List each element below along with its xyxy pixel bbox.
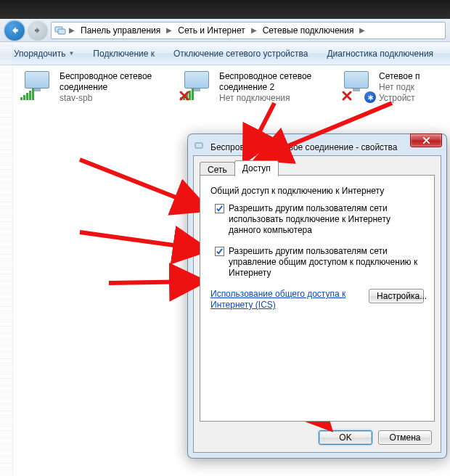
dialog-body: Сеть Доступ Общий доступ к подключению к… <box>193 155 441 453</box>
bluetooth-badge-icon: ∗ <box>364 91 376 103</box>
address-bar[interactable]: ▶ Панель управления ▶ Сеть и Интернет ▶ … <box>51 22 446 39</box>
connection-sub: Нет подключения <box>219 93 332 104</box>
connection-title: Беспроводное сетевое соединение 2 <box>219 71 332 93</box>
ics-help-link[interactable]: Использование общего доступа к Интернету… <box>210 289 369 311</box>
properties-dialog: Беспроводное сетевое соединение - свойст… <box>187 134 447 459</box>
breadcrumb-seg-1[interactable]: Панель управления <box>78 25 163 36</box>
settings-button[interactable]: Настройка... <box>369 289 424 303</box>
toolbar-connect-label: Подключение к <box>93 49 155 59</box>
connection-title: Беспроводное сетевое соединение <box>60 71 173 93</box>
tab-panel-access: Общий доступ к подключению к Интернету Р… <box>200 175 435 422</box>
breadcrumb-seg-3[interactable]: Сетевые подключения <box>260 25 357 36</box>
explorer-toolbar: Упорядочить ▼ Подключение к Отключение с… <box>0 42 450 65</box>
allow-share-connection-row[interactable]: Разрешить другим пользователям сети испо… <box>215 203 424 236</box>
toolbar-diagnose-label: Диагностика подключения <box>327 49 433 59</box>
wifi-adapter-icon <box>20 71 55 100</box>
connection-sub: Нет подк <box>379 82 420 93</box>
connection-sub2: Устройст <box>379 93 420 104</box>
network-folder-icon <box>54 25 66 36</box>
ok-button[interactable]: OK <box>319 430 372 445</box>
connections-list: Беспроводное сетевое соединение stav-spb… <box>0 65 450 110</box>
toolbar-disable-label: Отключение сетевого устройства <box>173 49 308 59</box>
allow-control-sharing-label: Разрешить другим пользователям сети упра… <box>229 246 424 279</box>
window-top-strip <box>0 0 450 19</box>
toolbar-organize-label: Упорядочить <box>14 49 65 59</box>
connection-title: Сетевое п <box>379 71 420 82</box>
chevron-right-icon: ▶ <box>250 26 258 34</box>
toolbar-connect[interactable]: Подключение к <box>85 45 163 62</box>
svg-rect-1 <box>58 29 65 34</box>
dropdown-caret-icon: ▼ <box>68 50 74 57</box>
chevron-right-icon: ▶ <box>358 26 367 34</box>
allow-share-connection-label: Разрешить другим пользователям сети испо… <box>229 203 424 236</box>
toolbar-organize[interactable]: Упорядочить ▼ <box>6 45 82 62</box>
breadcrumb-seg-2[interactable]: Сеть и Интернет <box>175 25 248 36</box>
checkbox-checked-icon[interactable] <box>215 204 224 213</box>
explorer-nav-row: ▶ Панель управления ▶ Сеть и Интернет ▶ … <box>0 19 450 42</box>
toolbar-disable[interactable]: Отключение сетевого устройства <box>165 45 316 62</box>
adapter-icon <box>195 141 206 155</box>
tab-access[interactable]: Доступ <box>234 160 279 176</box>
nav-back-button[interactable] <box>4 20 25 41</box>
dialog-close-button[interactable] <box>410 134 442 147</box>
disconnected-x-icon <box>179 90 190 102</box>
dialog-titlebar[interactable]: Беспроводное сетевое соединение - свойст… <box>193 139 441 155</box>
disconnected-x-icon <box>341 90 353 102</box>
dialog-footer: OK Отмена <box>194 423 441 452</box>
sidebar-edge <box>0 42 13 476</box>
toolbar-diagnose[interactable]: Диагностика подключения <box>319 45 441 62</box>
wifi-adapter-icon <box>180 71 215 100</box>
network-adapter-icon: ∗ <box>340 71 375 100</box>
chevron-right-icon: ▶ <box>68 26 76 34</box>
connection-item[interactable]: ∗ Сетевое п Нет подк Устройст <box>340 71 434 104</box>
chevron-right-icon: ▶ <box>165 26 173 34</box>
ics-group-title: Общий доступ к подключению к Интернету <box>210 186 424 196</box>
cancel-button[interactable]: Отмена <box>378 430 432 445</box>
checkbox-checked-icon[interactable] <box>215 247 224 256</box>
connection-item[interactable]: Беспроводное сетевое соединение 2 Нет по… <box>180 71 332 104</box>
nav-forward-button[interactable] <box>28 20 48 41</box>
allow-control-sharing-row[interactable]: Разрешить другим пользователям сети упра… <box>215 246 424 279</box>
connection-item[interactable]: Беспроводное сетевое соединение stav-spb <box>20 71 173 104</box>
svg-rect-2 <box>195 143 202 148</box>
connection-sub: stav-spb <box>60 93 173 104</box>
dialog-title: Беспроводное сетевое соединение - свойст… <box>210 142 398 152</box>
